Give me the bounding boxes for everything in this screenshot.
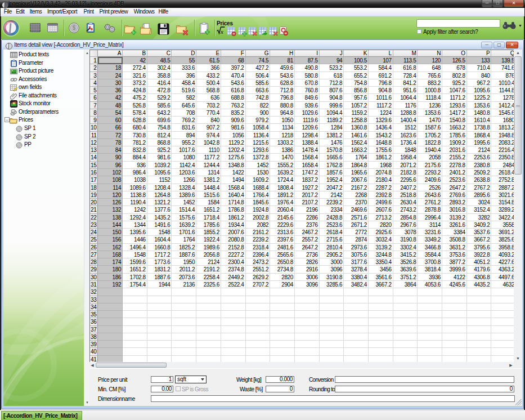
svg-text:$: $ [73, 25, 76, 31]
svg-text:x: x [220, 28, 223, 35]
